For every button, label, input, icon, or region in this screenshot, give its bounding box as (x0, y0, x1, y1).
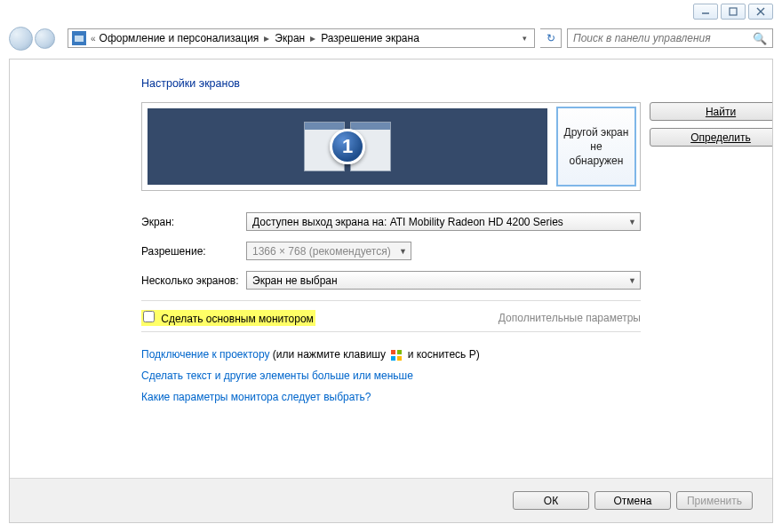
windows-key-icon (391, 350, 402, 361)
page-title: Настройки экранов (141, 77, 641, 90)
dialog-button-bar: ОК Отмена Применить (10, 478, 772, 522)
apply-button[interactable]: Применить (676, 491, 753, 510)
no-display-detected[interactable]: Другой экран не обнаружен (556, 107, 636, 187)
address-dropdown-icon[interactable]: ▾ (519, 34, 531, 43)
ok-button[interactable]: ОК (513, 491, 589, 510)
cancel-button[interactable]: Отмена (594, 491, 671, 510)
maximize-button[interactable] (721, 4, 746, 20)
search-box[interactable]: 🔍 (567, 28, 773, 48)
chevron-down-icon: ▼ (399, 247, 407, 256)
detect-button[interactable]: Определить (650, 128, 772, 147)
search-icon[interactable]: 🔍 (753, 32, 767, 45)
search-input[interactable] (573, 32, 753, 44)
primary-monitor-checkbox[interactable] (143, 311, 155, 322)
advanced-settings-link[interactable]: Дополнительные параметры (499, 312, 641, 324)
multi-label: Несколько экранов: (141, 274, 246, 287)
find-button[interactable]: Найти (650, 102, 772, 121)
multi-display-dropdown[interactable]: Экран не выбран ▼ (246, 271, 641, 290)
display-arrangement[interactable]: 1 Другой экран не обнаружен (141, 102, 641, 191)
svg-rect-1 (730, 8, 737, 15)
breadcrumb-item[interactable]: Оформление и персонализация (100, 32, 259, 44)
chevron-right-icon: ▸ (264, 32, 269, 44)
monitor-number-badge: 1 (330, 129, 365, 164)
multi-value: Экран не выбран (252, 274, 338, 287)
resolution-label: Разрешение: (141, 245, 246, 258)
text-size-link[interactable]: Сделать текст и другие элементы больше и… (141, 369, 413, 382)
projector-link[interactable]: Подключение к проектору (141, 348, 270, 361)
divider (141, 331, 641, 332)
which-params-link[interactable]: Какие параметры монитора следует выбрать… (141, 391, 371, 403)
breadcrumb-overflow-icon[interactable]: « (91, 34, 96, 44)
chevron-right-icon: ▸ (310, 32, 315, 44)
refresh-button[interactable]: ↻ (540, 28, 562, 48)
breadcrumb-item[interactable]: Экран (275, 32, 305, 44)
primary-monitor-label: Сделать основным монитором (161, 313, 314, 325)
screen-value: Доступен выход экрана на: ATI Mobility R… (252, 216, 563, 228)
resolution-dropdown[interactable]: 1366 × 768 (рекомендуется) ▼ (246, 242, 411, 260)
close-button[interactable] (748, 4, 773, 20)
minimize-button[interactable] (693, 4, 718, 20)
screen-label: Экран: (141, 216, 246, 228)
chevron-down-icon: ▼ (628, 218, 636, 226)
forward-button[interactable] (35, 28, 55, 49)
back-button[interactable] (9, 27, 33, 51)
control-panel-icon (72, 31, 86, 45)
address-bar[interactable]: « Оформление и персонализация ▸ Экран ▸ … (68, 28, 535, 48)
resolution-value: 1366 × 768 (рекомендуется) (252, 245, 391, 258)
projector-hint-2: и коснитесь P) (404, 348, 479, 361)
chevron-down-icon: ▼ (628, 276, 636, 285)
breadcrumb-item[interactable]: Разрешение экрана (321, 32, 419, 44)
divider (141, 300, 641, 301)
toolbar: « Оформление и персонализация ▸ Экран ▸ … (9, 25, 773, 52)
projector-hint-1: (или нажмите клавишу (270, 348, 389, 361)
screen-dropdown[interactable]: Доступен выход экрана на: ATI Mobility R… (246, 212, 641, 231)
content-area: Настройки экранов 1 Другой экран не обна… (9, 59, 773, 523)
